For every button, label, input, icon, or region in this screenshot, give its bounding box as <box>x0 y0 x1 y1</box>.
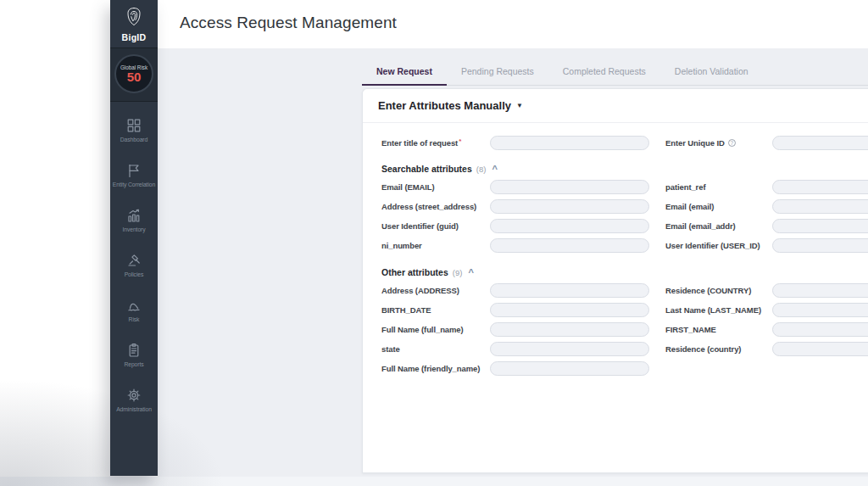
attribute-label: User Identifier (USER_ID) <box>665 241 772 250</box>
request-title-label: Enter title of request* <box>381 138 490 148</box>
attribute-label: Address (ADDRESS) <box>381 286 490 295</box>
attributes-form: Enter title of request* Enter Unique ID?… <box>363 123 868 376</box>
page-title: Access Request Management <box>180 14 397 32</box>
global-risk-badge[interactable]: Global Risk 50 <box>114 54 153 93</box>
searchable-attributes-header: Searchable attributes (8) ^ <box>381 163 868 175</box>
attribute-input[interactable] <box>772 322 868 337</box>
top-bar: Access Request Management <box>158 0 868 48</box>
main-content: New Request Pending Requests Completed R… <box>158 48 868 477</box>
info-icon[interactable]: ? <box>728 139 736 147</box>
shark-fin-icon <box>126 297 142 314</box>
sidebar-item-administration[interactable]: Administration <box>110 377 158 422</box>
attribute-input[interactable] <box>490 361 649 376</box>
attribute-input[interactable] <box>772 342 868 356</box>
attribute-row: Address (ADDRESS) Residence (COUNTRY) <box>381 283 868 298</box>
attribute-label: Full Name (full_name) <box>381 325 490 334</box>
sidebar-item-risk[interactable]: Risk <box>110 287 158 332</box>
attribute-label: state <box>381 344 490 354</box>
section-title: Other attributes <box>381 267 448 277</box>
app-window: BigID Global Risk 50 Dashboard <box>0 0 868 486</box>
attribute-input[interactable] <box>490 283 649 298</box>
attribute-input[interactable] <box>772 238 868 253</box>
attribute-row: Full Name (friendly_name) <box>381 361 868 376</box>
attribute-label: Last Name (LAST_NAME) <box>665 305 772 315</box>
attribute-row: Full Name (full_name) FIRST_NAME <box>381 322 868 337</box>
unique-id-label: Enter Unique ID? <box>665 138 772 148</box>
attribute-input[interactable] <box>772 180 868 194</box>
other-attributes-header: Other attributes (9) ^ <box>381 266 868 278</box>
section-count: (8) <box>476 165 487 174</box>
tab-deletion-validation[interactable]: Deletion Validation <box>660 59 763 85</box>
gear-icon <box>126 387 142 404</box>
attribute-label: Email (EMAIL) <box>381 182 490 192</box>
global-risk-value: 50 <box>127 71 142 83</box>
attribute-input[interactable] <box>490 199 649 214</box>
sidebar-item-dashboard[interactable]: Dashboard <box>110 107 158 152</box>
sidebar-item-policies[interactable]: Policies <box>110 242 158 287</box>
attribute-input[interactable] <box>490 238 649 253</box>
attribute-label: FIRST_NAME <box>665 325 772 334</box>
attribute-input[interactable] <box>772 303 868 317</box>
global-risk-section: Global Risk 50 <box>110 47 158 102</box>
attribute-label: BIRTH_DATE <box>381 305 490 315</box>
attribute-label: ni_number <box>381 241 490 250</box>
tab-completed-requests[interactable]: Completed Requests <box>548 59 660 85</box>
attribute-label: User Identifier (guid) <box>381 221 490 231</box>
tab-bar: New Request Pending Requests Completed R… <box>362 59 868 86</box>
section-count: (9) <box>453 268 463 277</box>
section-title: Searchable attributes <box>381 164 472 174</box>
attribute-label: Email (email) <box>665 202 772 211</box>
page-background-strip <box>0 477 868 486</box>
attribute-input[interactable] <box>772 219 868 233</box>
sidebar-item-entity-correlation[interactable]: Entity Correlation <box>110 152 158 197</box>
sidebar-item-inventory[interactable]: Inventory <box>110 197 158 242</box>
dashboard-icon <box>126 117 142 134</box>
sidebar-item-reports[interactable]: Reports <box>110 332 158 377</box>
required-asterisk: * <box>459 137 461 145</box>
request-title-input[interactable] <box>490 136 649 150</box>
attribute-label: patient_ref <box>665 182 772 192</box>
attribute-row: User Identifier (guid) Email (email_addr… <box>381 219 868 233</box>
attribute-input[interactable] <box>772 283 868 298</box>
attribute-label: Residence (COUNTRY) <box>665 286 772 295</box>
attribute-input[interactable] <box>772 199 868 214</box>
unique-id-input[interactable] <box>772 136 868 150</box>
tab-new-request[interactable]: New Request <box>362 59 447 86</box>
bar-chart-trend-icon <box>126 207 142 224</box>
attribute-row: state Residence (country) <box>381 342 868 356</box>
chevron-up-icon[interactable]: ^ <box>492 165 497 172</box>
clipboard-icon <box>126 342 142 359</box>
attribute-input[interactable] <box>490 219 649 233</box>
fingerprint-shield-icon <box>123 6 145 31</box>
caret-down-icon: ▼ <box>516 102 523 109</box>
attribute-row: BIRTH_DATE Last Name (LAST_NAME) <box>381 303 868 317</box>
chevron-up-icon[interactable]: ^ <box>468 269 473 276</box>
attribute-input[interactable] <box>490 342 649 356</box>
sidebar: BigID Global Risk 50 Dashboard <box>110 0 158 476</box>
request-title-row: Enter title of request* Enter Unique ID? <box>381 136 868 150</box>
enter-attributes-manually-toggle[interactable]: Enter Attributes Manually▼ <box>363 89 868 123</box>
attribute-row: ni_number User Identifier (USER_ID) <box>381 238 868 253</box>
attribute-label: Email (email_addr) <box>665 221 772 231</box>
bigid-logo[interactable]: BigID <box>110 0 158 42</box>
attribute-label: Address (street_address) <box>381 202 490 211</box>
gavel-icon <box>126 252 142 269</box>
panel-title: Enter Attributes Manually <box>378 99 511 112</box>
logo-wordmark: BigID <box>122 32 147 42</box>
attribute-input[interactable] <box>490 180 649 194</box>
flag-icon <box>126 162 142 179</box>
tab-pending-requests[interactable]: Pending Requests <box>447 59 548 85</box>
attribute-input[interactable] <box>490 322 649 337</box>
attribute-row: Address (street_address) Email (email) <box>381 199 868 214</box>
attribute-input[interactable] <box>490 303 649 317</box>
sidebar-nav: Dashboard Entity Correlation Inventor <box>110 107 158 422</box>
attribute-label: Residence (country) <box>665 344 772 354</box>
attribute-row: Email (EMAIL) patient_ref <box>381 180 868 194</box>
attribute-label: Full Name (friendly_name) <box>381 364 490 373</box>
new-request-panel: Enter Attributes Manually▼ Enter title o… <box>362 88 868 473</box>
